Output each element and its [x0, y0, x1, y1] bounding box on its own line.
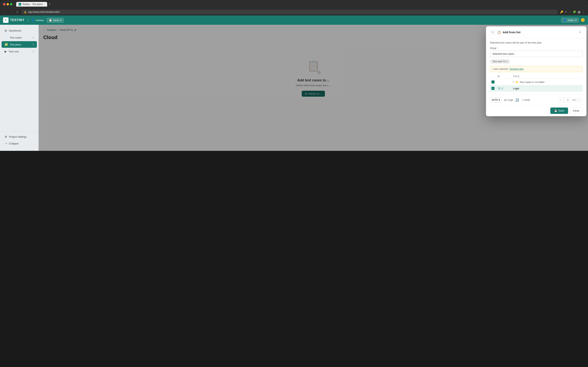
user-icon: 👤	[563, 19, 566, 22]
workspace-icon: 👤	[32, 19, 34, 21]
user-button[interactable]: 👤 Adam ▾	[561, 18, 579, 23]
emoji-button[interactable]: 😊	[581, 18, 585, 22]
content-area: ← Testplans › Cloud (TP-1) 🔗 Cloud 📋 ⚙	[39, 25, 588, 151]
sidebar-item-label: Test runs	[9, 50, 19, 53]
modal-body: Selected test cases will be part of the …	[486, 38, 587, 95]
logo-icon: T	[3, 17, 8, 23]
folder-title-cell: ▾ 📁 Test cases in no folder	[513, 81, 581, 83]
user-name: Adam	[568, 19, 574, 22]
deselect-link[interactable]: Deselect item	[510, 68, 524, 70]
pagination: ‹ of 1 ›	[558, 97, 583, 103]
add-from-list-modal: ⊡ 📋 Add from list × Selected test cases …	[486, 26, 587, 116]
sidebar-item-label: Test plans	[10, 43, 21, 46]
selection-banner: 1 item selected Deselect item	[490, 66, 583, 72]
folder-checkbox[interactable]: −	[491, 80, 494, 83]
sidebar-item-collapse[interactable]: ⊣ Collapse	[1, 140, 37, 147]
close-window-btn[interactable]	[3, 3, 5, 5]
active-tab[interactable]: T Testiny – Test plans ×	[16, 2, 47, 7]
maximize-window-btn[interactable]	[10, 3, 12, 5]
page-of: of 1	[572, 99, 576, 101]
sidebar-bottom: ⚙ Project Settings ⊣ Collapse	[0, 132, 39, 149]
url-text: app.testiny.io/p/1/testplans/tp/1	[28, 11, 60, 13]
workspace-button[interactable]: 👤 noctuai	[32, 19, 44, 22]
refresh-results-btn[interactable]: 🔄	[516, 98, 519, 101]
modal-title-icon: 📋	[497, 30, 501, 34]
save-icon: 💾	[554, 109, 557, 112]
folder-chevron-icon: ▾	[513, 81, 514, 83]
testcase-badge: 1	[33, 36, 34, 39]
browser-titlebar: T Testiny – Test plans × +	[0, 0, 588, 8]
item-checkbox[interactable]: ✓	[491, 87, 494, 90]
extensions-icon[interactable]: 🧩	[573, 10, 576, 14]
item-id-cell: TC-1	[498, 87, 513, 90]
sidebar-item-testruns[interactable]: ▶ Test runs 1	[1, 48, 37, 55]
table-row: − ▾ 📁 Test cases in no folder	[490, 79, 583, 85]
per-page-select[interactable]: AUTO ▾	[490, 98, 502, 102]
modal-header: ⊡ 📋 Add from list ×	[486, 26, 587, 38]
id-col-header: ID	[498, 75, 513, 77]
save-label: Save	[558, 109, 564, 112]
user-dropdown-icon: ▾	[575, 19, 577, 22]
folder-name: Test cases in no folder	[520, 81, 545, 83]
page-input[interactable]	[564, 97, 572, 103]
minimize-window-btn[interactable]	[7, 3, 9, 5]
sidebar-settings-label: Project Settings	[9, 135, 27, 138]
app-container: T TESTINY | 👤 noctuai 📋 cloud ▾ 👤 Adam ▾…	[0, 16, 588, 151]
title-input[interactable]	[490, 51, 583, 57]
sidebar-item-label: Dashboard	[9, 29, 21, 32]
folder-checkbox-cell: −	[491, 80, 498, 83]
test-case-title: Login	[513, 87, 519, 90]
testplan-icon: ✅	[5, 43, 8, 46]
bookmark-icon[interactable]: ☆	[569, 10, 571, 14]
logo-area: T TESTINY	[3, 17, 24, 23]
tab-close-btn[interactable]: ×	[44, 3, 45, 5]
selected-tags: Test case TC-1	[490, 59, 583, 64]
sidebar: ⊞ Dashboard 📄 Test cases 1 ✅ Test plans …	[0, 25, 39, 151]
nav-divider: |	[28, 18, 29, 22]
save-button[interactable]: 💾 Save	[550, 108, 568, 114]
modal-actions: 💾 Save Close	[486, 105, 587, 116]
result-count: 1 result	[522, 99, 530, 101]
testcase-icon: 📄	[5, 36, 8, 39]
sidebar-item-testcases[interactable]: 📄 Test cases 1	[1, 34, 37, 41]
modal-collapse-btn[interactable]: ⊡	[490, 29, 495, 35]
tag-tc1[interactable]: Test case TC-1	[490, 59, 510, 64]
back-btn[interactable]: ←	[3, 10, 7, 14]
sidebar-item-testplans[interactable]: ✅ Test plans 1	[1, 41, 37, 48]
close-button[interactable]: Close	[570, 108, 583, 114]
folder-icon: 📁	[515, 81, 518, 83]
sidebar-item-dashboard[interactable]: ⊞ Dashboard	[1, 27, 37, 34]
testrun-badge: 1	[33, 50, 34, 53]
share-icon[interactable]: ⬆	[565, 10, 567, 14]
item-title-cell: Login	[513, 87, 581, 90]
modal-close-btn[interactable]: ×	[577, 29, 583, 35]
project-button[interactable]: 📋 cloud ▾	[47, 18, 64, 23]
new-tab-btn[interactable]: +	[48, 2, 51, 6]
address-bar: ← → ↻ 🔒 app.testiny.io/p/1/testplans/tp/…	[0, 8, 588, 16]
refresh-browser-btn[interactable]: ↻	[16, 10, 19, 14]
nav-right: 👤 Adam ▾ 😊	[561, 18, 585, 23]
tab-favicon: T	[18, 3, 21, 6]
folder-row: ▾ 📁 Test cases in no folder	[513, 81, 581, 83]
collapse-modal-icon: ⊡	[491, 31, 493, 33]
lock-icon: 🔒	[24, 11, 27, 13]
profile-icon[interactable]: ⬤	[578, 10, 581, 14]
dashboard-icon: ⊞	[5, 29, 7, 32]
sidebar-item-settings[interactable]: ⚙ Project Settings	[1, 133, 37, 140]
modal-footer: AUTO ▾ per page 🔄 1 result ‹ of 1 ›	[486, 95, 587, 105]
prev-page-btn[interactable]: ‹	[558, 97, 563, 103]
url-bar[interactable]: 🔒 app.testiny.io/p/1/testplans/tp/1	[21, 10, 558, 14]
modal-title: 📋 Add from list	[497, 30, 577, 34]
logo-text: TESTINY	[10, 18, 24, 22]
table-header: ID TITLE	[490, 74, 583, 79]
tab-bar: T Testiny – Test plans × +	[16, 2, 585, 7]
title-col-header: TITLE	[513, 75, 581, 77]
selection-count: 1 item selected	[492, 68, 508, 70]
key-icon: 🔑	[560, 10, 563, 14]
menu-icon[interactable]: ⋮	[582, 10, 585, 14]
next-page-btn[interactable]: ›	[577, 97, 583, 103]
sidebar-collapse-label: Collapse	[9, 142, 19, 145]
forward-btn[interactable]: →	[9, 10, 14, 14]
browser-toolbar: 🔑 ⬆ ☆ 🧩 ⬤ ⋮	[560, 10, 585, 14]
top-nav: T TESTINY | 👤 noctuai 📋 cloud ▾ 👤 Adam ▾…	[0, 16, 588, 25]
